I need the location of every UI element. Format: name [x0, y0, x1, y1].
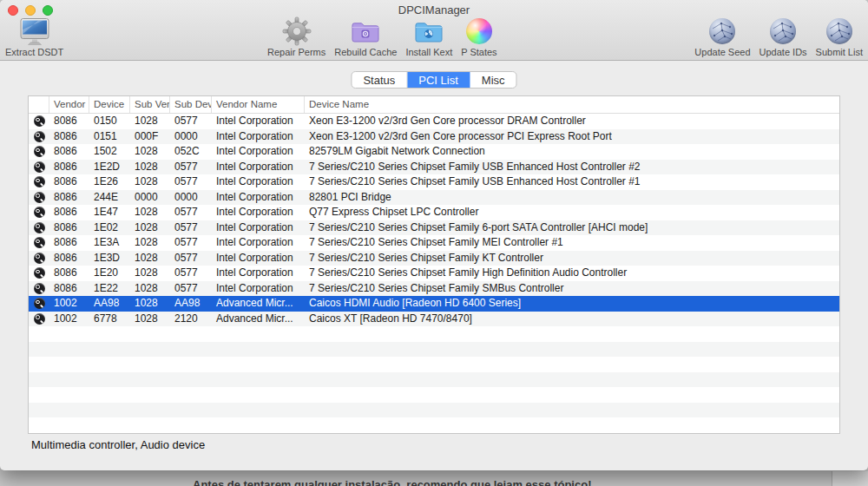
background-page-text: Antes de tentarem qualquer instalação, r… — [193, 478, 800, 486]
table-cell: 0577 — [170, 235, 212, 251]
magnifier-icon — [29, 281, 49, 297]
table-row[interactable]: 80861E2610280577Intel Corporation7 Serie… — [29, 174, 839, 190]
table-cell: Caicos XT [Radeon HD 7470/8470] — [305, 312, 839, 327]
table-row[interactable]: 80861E2210280577Intel Corporation7 Serie… — [29, 281, 839, 297]
table-cell: Q77 Express Chipset LPC Controller — [305, 205, 839, 220]
toolbar-item-label: Extract DSDT — [5, 47, 63, 58]
table-cell: 0577 — [170, 160, 212, 175]
table-cell: Xeon E3-1200 v2/3rd Gen Core processor P… — [305, 129, 839, 145]
tab-status[interactable]: Status — [352, 72, 407, 88]
table-cell: 1028 — [130, 281, 170, 297]
globe-icon — [826, 16, 852, 46]
purple-folder-gear-icon — [350, 16, 381, 46]
table-row-empty — [29, 342, 839, 358]
tab-misc[interactable]: Misc — [470, 72, 516, 88]
table-cell: 8086 — [49, 129, 89, 145]
table-cell: 7 Series/C210 Series Chipset Family 6-po… — [305, 220, 839, 236]
toolbar-item-label: P States — [461, 47, 496, 58]
table-row-empty — [29, 357, 839, 372]
update-ids-button[interactable]: Update IDs — [760, 16, 807, 58]
table-cell: 0000 — [170, 129, 212, 145]
table-row[interactable]: 8086244E00000000Intel Corporation82801 P… — [29, 190, 839, 206]
table-cell: 7 Series/C210 Series Chipset Family USB … — [305, 160, 839, 175]
table-cell: 1E47 — [89, 205, 130, 220]
table-cell: 8086 — [49, 205, 89, 220]
table-body: 8086015010280577Intel CorporationXeon E3… — [29, 114, 839, 433]
table-cell: 1028 — [130, 174, 170, 190]
table-row[interactable]: 80860151000F0000Intel CorporationXeon E3… — [29, 129, 839, 145]
tab-pci-list[interactable]: PCI List — [407, 72, 470, 88]
table-cell: 000F — [130, 129, 170, 145]
table-cell: 8086 — [49, 144, 89, 160]
table-row[interactable]: 80861E2010280577Intel Corporation7 Serie… — [29, 266, 839, 281]
table-cell: 82801 PCI Bridge — [305, 190, 839, 206]
table-cell: 82579LM Gigabit Network Connection — [305, 144, 839, 160]
toolbar-item-label: Submit List — [816, 47, 863, 58]
table-cell: AA98 — [89, 296, 130, 312]
column-header-sub-ven[interactable]: Sub Ven — [130, 96, 170, 113]
table-cell: 8086 — [49, 174, 89, 190]
app-window: DPCIManager — [0, 0, 868, 470]
column-header-vendor-name[interactable]: Vendor Name — [212, 96, 305, 113]
table-cell: 0577 — [170, 174, 212, 190]
table-header: Vendor Device Sub Ven Sub Dev Vendor Nam… — [29, 96, 839, 114]
table-row[interactable]: 80861E4710280577Intel CorporationQ77 Exp… — [29, 205, 839, 220]
p-states-button[interactable]: P States — [461, 16, 496, 58]
table-cell: 0151 — [89, 129, 130, 145]
table-cell: 1002 — [49, 312, 89, 327]
table-cell: 8086 — [49, 266, 89, 281]
table-cell: 8086 — [49, 251, 89, 266]
column-header-device-name[interactable]: Device Name — [305, 96, 839, 113]
install-kext-button[interactable]: Install Kext — [405, 16, 452, 58]
magnifier-icon — [29, 235, 49, 251]
magnifier-icon — [29, 114, 49, 129]
table-cell: 1028 — [130, 235, 170, 251]
table-row[interactable]: 8086015010280577Intel CorporationXeon E3… — [29, 114, 839, 129]
table-row[interactable]: 80861E3D10280577Intel Corporation7 Serie… — [29, 251, 839, 266]
extract-dsdt-button[interactable]: Extract DSDT — [5, 16, 63, 58]
table-cell: AA98 — [170, 296, 212, 312]
column-header-vendor[interactable]: Vendor — [49, 96, 89, 113]
table-cell: 8086 — [49, 114, 89, 129]
table-cell: 1028 — [130, 114, 170, 129]
table-cell: 1E20 — [89, 266, 130, 281]
table-row[interactable]: 80861E2D10280577Intel Corporation7 Serie… — [29, 160, 839, 175]
table-cell: 1028 — [130, 205, 170, 220]
column-header-sub-dev[interactable]: Sub Dev — [170, 96, 212, 113]
table-cell: 1E3A — [89, 235, 130, 251]
repair-perms-button[interactable]: Repair Perms — [267, 16, 326, 58]
table-row[interactable]: 80861E0210280577Intel Corporation7 Serie… — [29, 220, 839, 236]
table-row-empty — [29, 372, 839, 388]
table-row[interactable]: 80861E3A10280577Intel Corporation7 Serie… — [29, 235, 839, 251]
table-cell: Advanced Micr... — [212, 312, 305, 327]
table-row-empty — [29, 417, 839, 433]
table-cell: Intel Corporation — [212, 251, 305, 266]
table-cell: 0577 — [170, 281, 212, 297]
submit-list-button[interactable]: Submit List — [816, 16, 863, 58]
column-header-icon[interactable] — [29, 96, 49, 113]
toolbar-item-label: Update Seed — [694, 47, 750, 58]
table-row[interactable]: 808615021028052CIntel Corporation82579LM… — [29, 144, 839, 160]
rebuild-cache-button[interactable]: Rebuild Cache — [334, 16, 397, 58]
table-cell: 8086 — [49, 220, 89, 236]
table-cell: Intel Corporation — [212, 114, 305, 129]
color-sphere-icon — [466, 16, 492, 46]
table-cell: 0577 — [170, 266, 212, 281]
table-cell: 1502 — [89, 144, 130, 160]
update-seed-button[interactable]: Update Seed — [694, 16, 750, 58]
window-title: DPCIManager — [0, 3, 868, 16]
table-row[interactable]: 1002AA981028AA98Advanced Micr...Caicos H… — [29, 296, 839, 312]
table-cell: 1028 — [130, 251, 170, 266]
gear-icon — [282, 16, 312, 46]
magnifier-icon — [29, 129, 49, 145]
table-row[interactable]: 1002677810282120Advanced Micr...Caicos X… — [29, 312, 839, 327]
view-segmented-control: Status PCI List Misc — [351, 71, 516, 89]
column-header-device[interactable]: Device — [89, 96, 130, 113]
table-cell: 0577 — [170, 220, 212, 236]
table-cell: 1028 — [130, 312, 170, 327]
globe-icon — [709, 16, 735, 46]
globe-icon — [770, 16, 796, 46]
magnifier-icon — [29, 190, 49, 206]
table-cell: 8086 — [49, 281, 89, 297]
table-cell: 1E26 — [89, 174, 130, 190]
